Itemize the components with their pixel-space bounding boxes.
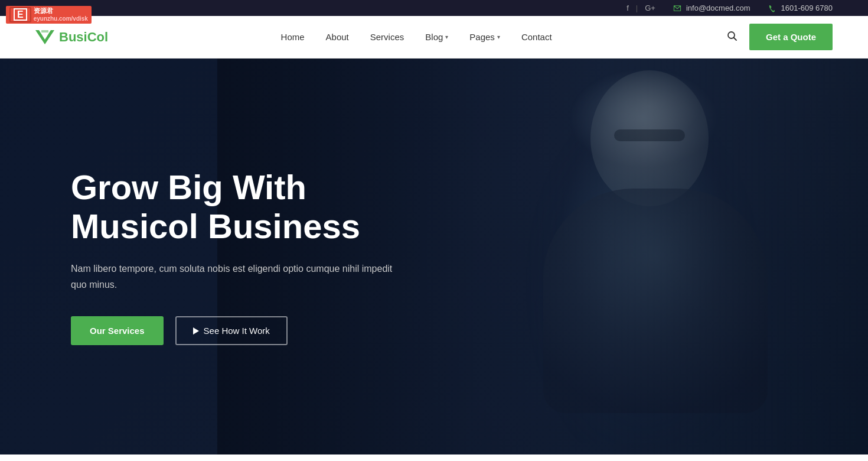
phone-number: 1601-609 6780	[781, 4, 833, 12]
watermark: E 资源君 eyunzhu.com/vdisk	[6, 6, 92, 24]
nav-item-blog[interactable]: Blog ▾	[425, 32, 448, 42]
hero-buttons: Our Services See How It Work	[71, 316, 402, 345]
watermark-letter: E	[14, 8, 27, 21]
logo-text: BusiCol	[59, 30, 108, 45]
nav-link-blog[interactable]: Blog	[425, 32, 443, 42]
email-contact: info@docmed.com	[673, 4, 750, 12]
hero-subtitle: Nam libero tempore, cum soluta nobis est…	[71, 261, 402, 293]
hero-content: Grow Big With Musicol Business Nam liber…	[0, 168, 402, 346]
search-icon	[727, 31, 738, 41]
svg-rect-1	[41, 30, 48, 33]
logo-icon	[35, 28, 54, 47]
facebook-link[interactable]: f	[626, 4, 629, 12]
nav-link-home[interactable]: Home	[281, 32, 305, 42]
hero-title-line1: Grow Big With	[71, 168, 306, 206]
nav-link-pages[interactable]: Pages	[469, 32, 495, 42]
watermark-text-line2: eyunzhu.com/vdisk	[34, 15, 88, 22]
social-links: f | G+	[626, 4, 655, 12]
logo-text-green: Col	[87, 30, 108, 44]
nav-link-about[interactable]: About	[326, 32, 349, 42]
phone-icon	[768, 4, 776, 12]
search-button[interactable]	[725, 28, 740, 46]
navbar: BusiCol Home About Services Blog ▾ Pages…	[0, 16, 868, 59]
hero-title-line2: Musicol Business	[71, 207, 360, 245]
email-icon	[673, 4, 681, 12]
see-how-label: See How It Work	[204, 326, 270, 336]
nav-item-pages[interactable]: Pages ▾	[469, 32, 500, 42]
pages-dropdown-caret: ▾	[497, 34, 500, 40]
phone-contact: 1601-609 6780	[768, 4, 833, 12]
hero-section: Grow Big With Musicol Business Nam liber…	[0, 59, 868, 454]
see-how-it-work-button[interactable]: See How It Work	[175, 316, 288, 345]
nav-item-home[interactable]: Home	[281, 32, 305, 43]
nav-item-about[interactable]: About	[326, 32, 349, 43]
blog-dropdown-caret: ▾	[445, 34, 448, 40]
logo[interactable]: BusiCol	[35, 28, 108, 47]
quote-button[interactable]: Get a Quote	[749, 24, 833, 50]
nav-menu: Home About Services Blog ▾ Pages ▾ Conta…	[281, 32, 552, 43]
nav-right: Get a Quote	[725, 24, 833, 50]
google-plus-link[interactable]: G+	[645, 4, 655, 12]
nav-item-contact[interactable]: Contact	[521, 32, 552, 43]
nav-item-services[interactable]: Services	[370, 32, 404, 43]
play-icon	[193, 327, 199, 335]
nav-link-services[interactable]: Services	[370, 32, 404, 42]
our-services-button[interactable]: Our Services	[71, 316, 164, 345]
top-bar: f | G+ info@docmed.com 1601-609 6780	[0, 0, 868, 16]
email-address: info@docmed.com	[686, 4, 750, 12]
logo-text-black: Busi	[59, 30, 87, 44]
svg-line-3	[733, 38, 736, 41]
watermark-text-line1: 资源君	[34, 7, 88, 15]
nav-link-contact[interactable]: Contact	[521, 32, 552, 42]
hero-title: Grow Big With Musicol Business	[71, 168, 402, 246]
